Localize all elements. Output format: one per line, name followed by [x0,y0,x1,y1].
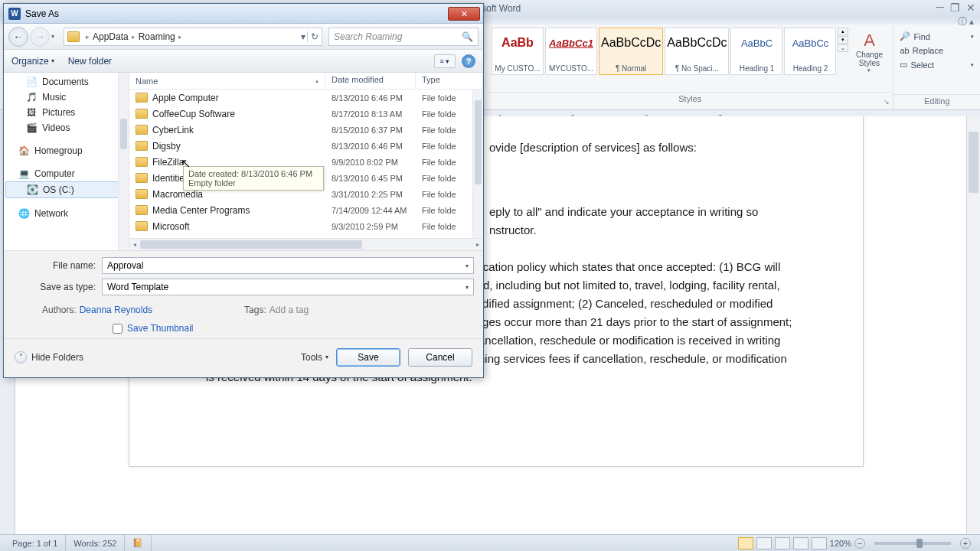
styles-group-label: Styles↘ [487,92,893,107]
file-row[interactable]: Digsby8/13/2010 6:46 PMFile folde [129,138,483,154]
list-hscroll[interactable]: ◂▸ [129,238,483,250]
file-row[interactable]: CoffeeCup Software8/17/2010 8:13 AMFile … [129,106,483,122]
col-type[interactable]: Type [416,73,483,89]
folder-icon [136,157,148,167]
file-row[interactable]: CyberLink8/15/2010 6:37 PMFile folde [129,122,483,138]
hide-folders-button[interactable]: ˅Hide Folders [15,351,83,364]
tags-label: Tags: [244,305,266,315]
style-heading2[interactable]: AaBbCcHeading 2 [784,28,836,75]
change-styles-button[interactable]: A Change Styles ▾ [850,28,888,73]
list-vscroll[interactable] [472,90,483,238]
view-outline[interactable] [793,537,808,549]
tree-os-c[interactable]: 💽OS (C:) [5,181,127,198]
binoculars-icon: 🔎 [900,31,910,41]
editing-group: 🔎Find ▾ abReplace ▭Select ▾ Editing [893,24,980,109]
view-web[interactable] [775,537,790,549]
tree-documents[interactable]: 📄Documents [4,74,129,90]
style-mycusto2[interactable]: AaBbCc1MYCUSTO... [545,28,597,75]
ribbon-help-icon[interactable]: ⓘ ▴ [958,15,974,28]
list-header[interactable]: Name▴ Date modified Type [129,73,483,90]
minimize-icon[interactable]: ─ [936,2,944,15]
style-normal[interactable]: AaBbCcDc¶ Normal [599,28,663,75]
folder-icon [67,31,80,42]
nav-tree[interactable]: 📄Documents 🎵Music 🖼Pictures 🎬Videos 🏠Hom… [4,73,129,250]
history-dropdown[interactable]: ▾ [51,27,62,47]
tree-network[interactable]: 🌐Network [4,206,129,221]
authors-value[interactable]: Deanna Reynolds [80,305,152,315]
folder-icon [136,189,148,199]
new-folder-button[interactable]: New folder [68,56,112,67]
cancel-button[interactable]: Cancel [408,348,472,367]
zoom-slider[interactable] [874,542,951,545]
style-mycusto1[interactable]: AaBbMy CUSTO... [492,28,544,75]
folder-icon [136,109,148,119]
tools-button[interactable]: Tools▾ [301,352,328,363]
folder-icon [136,125,148,135]
save-as-dialog: W Save As ✕ ← → ▾ ▸ AppData ▸ Roaming ▸ … [3,3,484,378]
filename-input[interactable]: Approval▾ [102,257,474,274]
help-button[interactable]: ? [462,54,475,68]
tree-pictures[interactable]: 🖼Pictures [4,105,129,120]
tree-music[interactable]: 🎵Music [4,90,129,105]
back-button[interactable]: ← [8,27,28,47]
col-date[interactable]: Date modified [325,73,416,89]
forward-button[interactable]: → [30,27,50,47]
savetype-select[interactable]: Word Template▾ [102,279,474,295]
chevron-down-icon: ˅ [15,351,27,364]
view-mode-button[interactable]: ≡ ▾ [434,54,456,68]
zoom-out-button[interactable]: − [854,538,865,549]
select-button[interactable]: ▭Select ▾ [900,57,974,72]
styles-launcher-icon[interactable]: ↘ [884,98,890,106]
style-more[interactable]: ⌄ [838,44,848,52]
file-row[interactable]: Microsoft9/3/2010 2:59 PMFile folde [129,218,483,234]
breadcrumb-drop-icon[interactable]: ▾ [301,31,305,42]
dialog-close-button[interactable]: ✕ [448,7,480,21]
tree-videos[interactable]: 🎬Videos [4,120,129,135]
find-button[interactable]: 🔎Find ▾ [900,29,974,44]
style-scroll-up[interactable]: ▴ [838,28,848,35]
file-row[interactable]: Apple Computer8/13/2010 6:46 PMFile fold… [129,90,483,106]
tags-value[interactable]: Add a tag [270,305,309,315]
vertical-scrollbar[interactable] [966,116,980,534]
replace-button[interactable]: abReplace [900,44,974,57]
breadcrumb-appdata[interactable]: AppData [93,31,129,42]
dialog-titlebar[interactable]: W Save As ✕ [4,4,483,24]
search-input[interactable]: Search Roaming 🔍 [328,28,479,46]
view-draft[interactable] [812,537,827,549]
dialog-title: Save As [25,8,59,19]
statusbar: Page: 1 of 1 Words: 252 📔 120% − + [0,534,980,551]
style-nospacing[interactable]: AaBbCcDc¶ No Spaci... [665,28,729,75]
save-button[interactable]: Save [336,348,400,367]
restore-icon[interactable]: ❐ [950,2,960,15]
close-icon[interactable]: ✕ [966,2,975,15]
filename-label: File name: [13,260,102,271]
zoom-in-button[interactable]: + [960,538,971,549]
breadcrumb-roaming[interactable]: Roaming [139,31,175,42]
folder-icon [136,205,148,215]
tree-computer[interactable]: 💻Computer [4,166,129,181]
style-heading1[interactable]: AaBbCHeading 1 [730,28,782,75]
folder-icon [136,93,148,103]
style-scroll-down[interactable]: ▾ [838,36,848,44]
search-icon: 🔍 [462,31,473,42]
status-proof-icon[interactable]: 📔 [125,535,152,551]
breadcrumb[interactable]: ▸ AppData ▸ Roaming ▸ ▾↻ [64,28,322,46]
file-row[interactable]: Media Center Programs7/14/2009 12:44 AMF… [129,202,483,218]
tree-scrollbar[interactable] [118,73,129,250]
save-thumbnail-checkbox[interactable] [113,324,122,334]
view-print-layout[interactable] [738,537,753,549]
tree-homegroup[interactable]: 🏠Homegroup [4,143,129,158]
zoom-level[interactable]: 120% [830,539,851,548]
organize-button[interactable]: Organize ▾ [11,56,54,67]
change-styles-icon: A [850,31,888,51]
col-name[interactable]: Name▴ [129,73,325,89]
select-icon: ▭ [900,60,907,70]
status-words[interactable]: Words: 252 [66,535,125,551]
folder-icon [136,221,148,231]
view-full-screen[interactable] [756,537,772,549]
status-page[interactable]: Page: 1 of 1 [5,535,66,551]
file-list: Name▴ Date modified Type Apple Computer8… [129,73,483,250]
refresh-icon[interactable]: ↻ [307,31,318,42]
dialog-toolbar: Organize ▾ New folder ≡ ▾ ? [4,50,483,73]
save-thumbnail-label[interactable]: Save Thumbnail [127,323,194,334]
